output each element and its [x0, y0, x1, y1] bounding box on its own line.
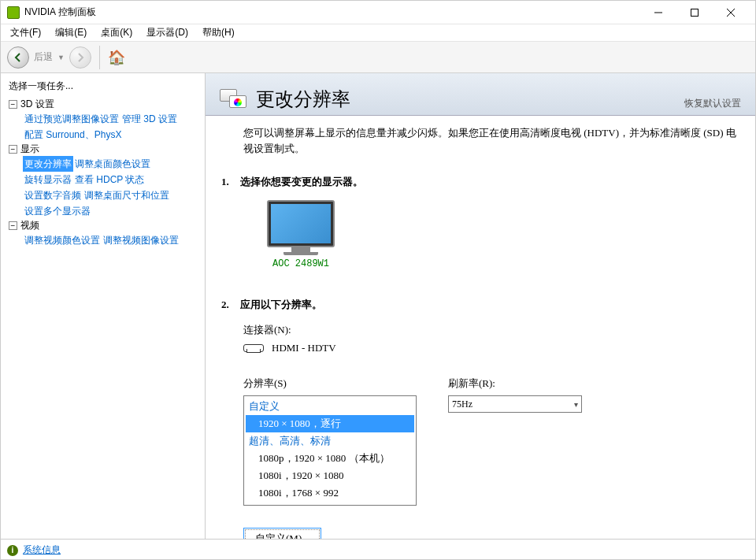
svg-rect-1	[691, 9, 699, 16]
menu-desktop[interactable]: 桌面(K)	[94, 24, 139, 41]
connector-label: 连接器(N):	[243, 323, 736, 337]
content-area: 更改分辨率 恢复默认设置 您可以调整屏幕上显示的信息量并减少闪烁。如果您正在使用…	[206, 73, 755, 539]
home-icon: 🏠	[108, 50, 125, 65]
menu-file[interactable]: 文件(F)	[4, 24, 47, 41]
sidebar-item[interactable]: 旋转显示器	[23, 172, 73, 187]
tree-group-label[interactable]: 视频	[20, 220, 39, 231]
back-label: 后退	[34, 50, 53, 64]
sidebar-item[interactable]: 通过预览调整图像设置	[23, 111, 120, 127]
resolution-option[interactable]: 1080i，1920 × 1080	[246, 467, 414, 484]
home-button[interactable]: 🏠	[108, 49, 125, 66]
nvidia-icon	[7, 6, 20, 19]
sidebar-item[interactable]: 设置数字音频	[23, 187, 83, 203]
minimize-button[interactable]	[640, 1, 676, 24]
monitor-icon	[267, 200, 335, 247]
system-info-link[interactable]: 系统信息	[23, 543, 61, 557]
refresh-rate-value: 75Hz	[452, 399, 472, 410]
tree-collapse-icon[interactable]: −	[9, 100, 17, 109]
close-button[interactable]	[713, 1, 749, 24]
close-icon	[727, 9, 735, 17]
sidebar-item[interactable]: 查看 HDCP 状态	[73, 172, 146, 187]
info-icon: i	[7, 545, 18, 556]
resolution-group-label: 超清、高清、标清	[246, 432, 414, 450]
page-header: 更改分辨率 恢复默认设置	[206, 73, 755, 116]
custom-resolution-button[interactable]: 自定义(M)...	[243, 528, 321, 539]
resolution-option[interactable]: 720p，1280 × 720	[246, 502, 414, 506]
sidebar-item[interactable]: 管理 3D 设置	[120, 111, 179, 127]
toolbar-separator	[99, 46, 100, 69]
back-dropdown-icon[interactable]: ▼	[57, 54, 65, 61]
monitor-thumbnail[interactable]: AOC 2489W1	[267, 200, 335, 269]
sidebar-item[interactable]: 调整桌面颜色设置	[73, 156, 152, 172]
connector-value: HDMI - HDTV	[272, 342, 336, 354]
resolution-group-label: 自定义	[246, 398, 414, 415]
section-1-title: 选择你想要变更的显示器。	[240, 176, 363, 187]
sidebar-item[interactable]: 调整视频颜色设置	[23, 232, 102, 248]
chevron-down-icon: ▾	[574, 400, 578, 409]
sidebar-item[interactable]: 更改分辨率	[23, 156, 73, 172]
status-bar: i 系统信息	[1, 539, 755, 560]
section-choose-display: 1.选择你想要变更的显示器。 AOC 2489W1	[243, 175, 736, 276]
tree-collapse-icon[interactable]: −	[9, 221, 17, 230]
refresh-rate-combo[interactable]: 75Hz ▾	[448, 395, 582, 413]
resolution-option[interactable]: 1080p，1920 × 1080 （本机）	[246, 450, 414, 467]
restore-defaults-link[interactable]: 恢复默认设置	[684, 97, 741, 112]
section-2-title: 应用以下分辨率。	[240, 299, 322, 310]
forward-button	[69, 46, 91, 69]
tree-collapse-icon[interactable]: −	[9, 145, 17, 154]
resolution-listbox[interactable]: 自定义1920 × 1080，逐行超清、高清、标清1080p，1920 × 10…	[243, 395, 417, 506]
sidebar-item[interactable]: 配置 Surround、PhysX	[23, 127, 123, 143]
menu-display[interactable]: 显示器(D)	[140, 24, 195, 41]
monitor-name-label: AOC 2489W1	[267, 258, 335, 269]
maximize-button[interactable]	[676, 1, 713, 24]
title-bar: NVIDIA 控制面板	[1, 1, 755, 24]
sidebar-item[interactable]: 设置多个显示器	[23, 203, 92, 219]
sidebar-item[interactable]: 调整视频图像设置	[102, 232, 180, 248]
back-arrow-icon	[13, 52, 24, 63]
refresh-label: 刷新率(R):	[448, 376, 582, 391]
tree-group-label[interactable]: 显示	[20, 143, 39, 154]
resolution-label: 分辨率(S)	[243, 376, 417, 391]
toolbar: 后退 ▼ 🏠	[1, 42, 755, 73]
page-description: 您可以调整屏幕上显示的信息量并减少闪烁。如果您正在使用高清晰度电视 (HDTV)…	[243, 125, 736, 156]
page-title: 更改分辨率	[256, 87, 350, 112]
content-scroll[interactable]: 您可以调整屏幕上显示的信息量并减少闪烁。如果您正在使用高清晰度电视 (HDTV)…	[206, 116, 755, 539]
back-button[interactable]	[7, 46, 29, 69]
resolution-option[interactable]: 1080i，1768 × 992	[246, 484, 414, 502]
window-controls	[640, 1, 749, 24]
sidebar-title: 选择一项任务...	[4, 76, 202, 96]
menu-help[interactable]: 帮助(H)	[196, 24, 241, 41]
section-1-num: 1.	[221, 176, 240, 188]
resolution-option[interactable]: 1920 × 1080，逐行	[246, 415, 414, 432]
menu-bar: 文件(F) 编辑(E) 桌面(K) 显示器(D) 帮助(H)	[1, 24, 755, 42]
section-2-num: 2.	[221, 299, 240, 311]
window-title: NVIDIA 控制面板	[24, 6, 640, 19]
forward-arrow-icon	[75, 52, 86, 63]
task-sidebar: 选择一项任务... −3D 设置通过预览调整图像设置管理 3D 设置配置 Sur…	[1, 73, 206, 539]
menu-edit[interactable]: 编辑(E)	[49, 24, 93, 41]
maximize-icon	[691, 9, 699, 17]
minimize-icon	[654, 9, 662, 17]
display-header-icon	[220, 87, 248, 111]
tree-group-label[interactable]: 3D 设置	[20, 98, 54, 109]
section-resolution: 2.应用以下分辨率。 连接器(N): HDMI - HDTV 分辨率(S) 自定…	[243, 298, 736, 539]
hdmi-icon	[243, 344, 264, 352]
sidebar-item[interactable]: 调整桌面尺寸和位置	[83, 187, 171, 203]
task-tree: −3D 设置通过预览调整图像设置管理 3D 设置配置 Surround、Phys…	[4, 96, 202, 248]
